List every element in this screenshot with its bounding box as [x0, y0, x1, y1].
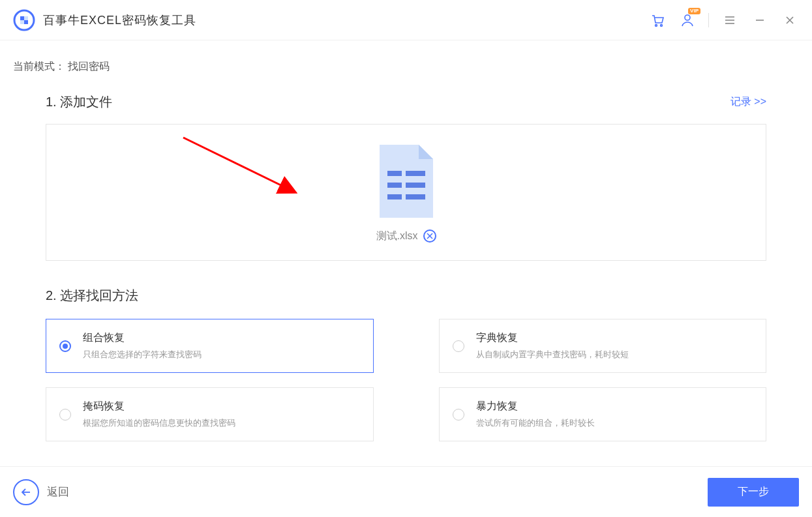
- svg-rect-16: [406, 171, 425, 176]
- svg-rect-20: [406, 194, 425, 199]
- mode-label: 当前模式：: [13, 61, 65, 72]
- method-texts: 字典恢复 从自制或内置字典中查找密码，耗时较短: [476, 331, 753, 361]
- minimize-icon[interactable]: [751, 11, 769, 29]
- vip-badge: VIP: [688, 8, 700, 14]
- radio-icon: [453, 409, 464, 421]
- content: 1. 添加文件 记录 >> 测试.xlsx: [0, 74, 812, 441]
- next-button[interactable]: 下一步: [708, 478, 799, 507]
- mode-value: 找回密码: [68, 61, 110, 72]
- mode-row: 当前模式： 找回密码: [0, 40, 812, 74]
- method-texts: 掩码恢复 根据您所知道的密码信息更快的查找密码: [83, 400, 360, 429]
- svg-line-14: [183, 138, 294, 192]
- method-title: 字典恢复: [476, 331, 753, 345]
- svg-point-5: [655, 24, 657, 26]
- method-desc: 从自制或内置字典中查找密码，耗时较短: [476, 349, 753, 361]
- method-grid: 组合恢复 只组合您选择的字符来查找密码 字典恢复 从自制或内置字典中查找密码，耗…: [46, 319, 766, 441]
- svg-point-6: [661, 24, 663, 26]
- section-2-heading: 2. 选择找回方法: [46, 287, 138, 304]
- method-title: 掩码恢复: [83, 400, 360, 413]
- filename-row: 测试.xlsx: [376, 229, 436, 243]
- method-card-dictionary[interactable]: 字典恢复 从自制或内置字典中查找密码，耗时较短: [439, 319, 767, 373]
- svg-rect-18: [406, 183, 425, 188]
- svg-rect-17: [387, 183, 402, 188]
- divider: [708, 13, 709, 27]
- user-icon[interactable]: VIP: [678, 11, 697, 29]
- method-desc: 尝试所有可能的组合，耗时较长: [476, 417, 753, 429]
- method-card-bruteforce[interactable]: 暴力恢复 尝试所有可能的组合，耗时较长: [439, 387, 767, 441]
- close-icon[interactable]: [781, 11, 799, 29]
- method-card-combination[interactable]: 组合恢复 只组合您选择的字符来查找密码: [46, 319, 374, 373]
- svg-rect-15: [387, 171, 402, 176]
- svg-rect-1: [20, 16, 24, 20]
- svg-rect-2: [24, 20, 28, 24]
- records-link[interactable]: 记录 >>: [730, 95, 766, 109]
- svg-point-7: [685, 15, 690, 20]
- method-card-mask[interactable]: 掩码恢复 根据您所知道的密码信息更快的查找密码: [46, 387, 374, 441]
- titlebar-left: 百事牛EXCEL密码恢复工具: [13, 9, 196, 31]
- method-desc: 只组合您选择的字符来查找密码: [83, 349, 360, 361]
- section-1-header: 1. 添加文件 记录 >>: [46, 93, 766, 111]
- method-texts: 组合恢复 只组合您选择的字符来查找密码: [83, 331, 360, 361]
- file-drop-box[interactable]: 测试.xlsx: [46, 124, 766, 261]
- svg-rect-19: [387, 194, 402, 199]
- method-title: 暴力恢复: [476, 400, 753, 413]
- method-desc: 根据您所知道的密码信息更快的查找密码: [83, 417, 360, 429]
- radio-icon: [59, 340, 71, 352]
- method-texts: 暴力恢复 尝试所有可能的组合，耗时较长: [476, 400, 753, 429]
- svg-rect-4: [20, 20, 24, 24]
- app-logo-icon: [13, 9, 35, 31]
- filename: 测试.xlsx: [376, 229, 418, 243]
- titlebar: 百事牛EXCEL密码恢复工具 VIP: [0, 0, 812, 40]
- radio-icon: [453, 340, 464, 352]
- section-2-header: 2. 选择找回方法: [46, 287, 766, 304]
- titlebar-right: VIP: [648, 11, 799, 29]
- cart-icon[interactable]: [648, 11, 667, 29]
- method-title: 组合恢复: [83, 331, 360, 345]
- remove-file-icon[interactable]: [423, 229, 436, 243]
- radio-icon: [59, 409, 71, 421]
- menu-icon[interactable]: [721, 11, 739, 29]
- back-button[interactable]: 返回: [13, 479, 69, 505]
- file-icon: [376, 142, 437, 220]
- app-title: 百事牛EXCEL密码恢复工具: [43, 12, 196, 28]
- svg-rect-3: [24, 16, 28, 20]
- back-arrow-icon: [13, 479, 39, 505]
- annotation-arrow-icon: [180, 134, 304, 199]
- back-label: 返回: [47, 484, 69, 499]
- section-1-heading: 1. 添加文件: [46, 93, 112, 111]
- footer: 返回 下一步: [0, 466, 812, 517]
